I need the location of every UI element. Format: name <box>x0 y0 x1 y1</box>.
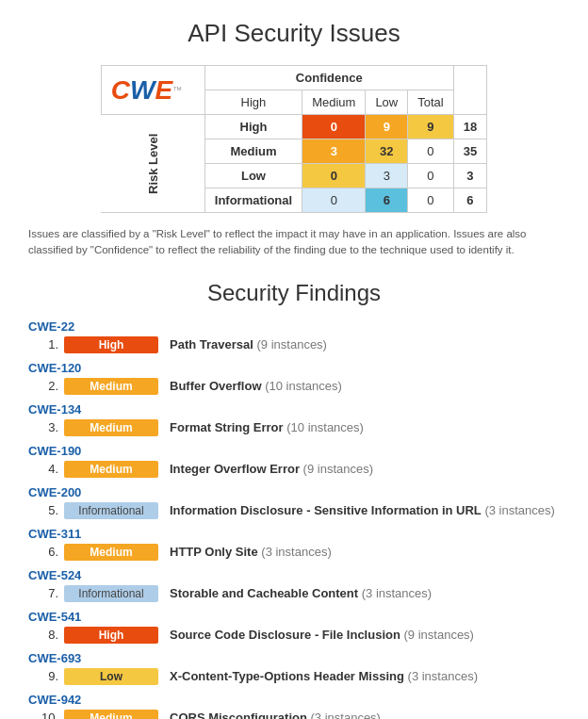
finding-row: 1.HighPath Traversal (9 instances) <box>28 336 560 353</box>
finding-name: HTTP Only Site (3 instances) <box>170 545 332 559</box>
cwe-group: CWE-5247.InformationalStorable and Cache… <box>28 568 560 602</box>
finding-name: Buffer Overflow (10 instances) <box>170 379 342 393</box>
finding-name: Information Disclosure - Sensitive Infor… <box>170 503 555 517</box>
risk-confidence-table-wrap: CWE™ Confidence HighMediumLowTotal Risk … <box>28 65 560 213</box>
finding-row: 10.MediumCORS Misconfiguration (3 instan… <box>28 710 560 720</box>
findings-title: Security Findings <box>28 280 560 306</box>
cwe-id-label: CWE-190 <box>28 444 560 458</box>
cwe-group: CWE-5418.HighSource Code Disclosure - Fi… <box>28 610 560 644</box>
logo-w: W <box>130 75 155 106</box>
finding-number: 3. <box>38 420 58 434</box>
cwe-id-label: CWE-311 <box>28 527 560 541</box>
finding-instances: (3 instances) <box>408 669 478 683</box>
finding-instances: (9 instances) <box>404 628 474 642</box>
cwe-group: CWE-221.HighPath Traversal (9 instances) <box>28 319 560 353</box>
finding-instances: (3 instances) <box>362 586 432 600</box>
finding-number: 8. <box>38 628 58 642</box>
finding-row: 2.MediumBuffer Overflow (10 instances) <box>28 378 560 395</box>
cwe-group: CWE-3116.MediumHTTP Only Site (3 instanc… <box>28 527 560 561</box>
cwe-logo: CWE™ <box>111 75 195 106</box>
finding-row: 5.InformationalInformation Disclosure - … <box>28 502 560 519</box>
severity-badge: Medium <box>64 419 158 436</box>
row-label: Low <box>204 164 302 188</box>
table-cell: 3 <box>453 164 486 188</box>
cwe-group: CWE-1904.MediumInteger Overflow Error (9… <box>28 444 560 478</box>
table-row: Risk LevelHigh09918 <box>101 115 486 139</box>
severity-badge: Informational <box>64 502 158 519</box>
finding-number: 10. <box>38 711 58 719</box>
table-cell: 6 <box>366 188 408 213</box>
cwe-id-label: CWE-942 <box>28 693 560 707</box>
table-cell: 0 <box>302 164 366 188</box>
finding-number: 6. <box>38 545 58 559</box>
finding-name: X-Content-Type-Options Header Missing (3… <box>170 669 478 683</box>
finding-number: 9. <box>38 669 58 683</box>
table-cell: 0 <box>408 139 453 164</box>
table-body: Risk LevelHigh09918Medium332035Low0303In… <box>101 115 486 213</box>
finding-instances: (3 instances) <box>484 503 554 517</box>
row-label: High <box>204 115 302 139</box>
col-header-low: Low <box>366 90 408 115</box>
finding-row: 3.MediumFormat String Error (10 instance… <box>28 419 560 436</box>
cwe-id-label: CWE-693 <box>28 651 560 665</box>
table-cell: 0 <box>408 164 453 188</box>
table-cell: 9 <box>408 115 453 139</box>
logo-e: E <box>155 75 172 106</box>
finding-number: 5. <box>38 503 58 517</box>
cwe-group: CWE-1343.MediumFormat String Error (10 i… <box>28 402 560 436</box>
finding-name: Storable and Cacheable Content (3 instan… <box>170 586 432 600</box>
severity-badge: Medium <box>64 544 158 561</box>
row-label: Medium <box>204 139 302 164</box>
table-cell: 6 <box>453 188 486 213</box>
finding-row: 8.HighSource Code Disclosure - File Incl… <box>28 627 560 644</box>
finding-instances: (10 instances) <box>286 420 364 434</box>
col-header-high: High <box>204 90 302 115</box>
cwe-logo-cell: CWE™ <box>101 66 204 115</box>
page-title: API Security Issues <box>28 19 560 48</box>
finding-row: 4.MediumInteger Overflow Error (9 instan… <box>28 461 560 478</box>
severity-badge: Medium <box>64 461 158 478</box>
confidence-header: Confidence <box>204 66 453 90</box>
table-cell: 35 <box>453 139 486 164</box>
cwe-group: CWE-1202.MediumBuffer Overflow (10 insta… <box>28 361 560 395</box>
cwe-group: CWE-94210.MediumCORS Misconfiguration (3… <box>28 693 560 720</box>
cwe-group: CWE-6939.LowX-Content-Type-Options Heade… <box>28 651 560 685</box>
finding-number: 7. <box>38 586 58 600</box>
cwe-id-label: CWE-541 <box>28 610 560 624</box>
table-cell: 3 <box>366 164 408 188</box>
finding-number: 2. <box>38 379 58 393</box>
col-header-medium: Medium <box>302 90 366 115</box>
finding-instances: (3 instances) <box>261 545 331 559</box>
table-cell: 0 <box>302 115 366 139</box>
severity-badge: Medium <box>64 710 158 720</box>
finding-name: Path Traversal (9 instances) <box>170 337 327 351</box>
description-text: Issues are classified by a "Risk Level" … <box>28 226 556 259</box>
severity-badge: Informational <box>64 585 158 602</box>
table-cell: 9 <box>366 115 408 139</box>
table-cell: 0 <box>408 188 453 213</box>
finding-name: Format String Error (10 instances) <box>170 420 364 434</box>
finding-instances: (3 instances) <box>311 711 381 719</box>
finding-row: 9.LowX-Content-Type-Options Header Missi… <box>28 668 560 685</box>
table-cell: 3 <box>302 139 366 164</box>
risk-level-label: Risk Level <box>101 115 204 213</box>
risk-confidence-table: CWE™ Confidence HighMediumLowTotal Risk … <box>101 65 487 213</box>
finding-row: 6.MediumHTTP Only Site (3 instances) <box>28 544 560 561</box>
finding-instances: (10 instances) <box>265 379 342 393</box>
finding-number: 4. <box>38 462 58 476</box>
finding-name: CORS Misconfiguration (3 instances) <box>170 711 381 719</box>
table-cell: 32 <box>366 139 408 164</box>
finding-number: 1. <box>38 337 58 351</box>
logo-c: C <box>111 75 130 106</box>
cwe-id-label: CWE-524 <box>28 568 560 582</box>
cwe-id-label: CWE-134 <box>28 402 560 417</box>
severity-badge: High <box>64 627 158 644</box>
row-label: Informational <box>204 188 302 213</box>
finding-name: Source Code Disclosure - File Inclusion … <box>170 628 474 642</box>
severity-badge: Low <box>64 668 158 685</box>
finding-instances: (9 instances) <box>303 462 373 476</box>
table-cell: 18 <box>453 115 486 139</box>
cwe-group: CWE-2005.InformationalInformation Disclo… <box>28 485 560 519</box>
table-cell: 0 <box>302 188 366 213</box>
cwe-id-label: CWE-22 <box>28 319 560 334</box>
